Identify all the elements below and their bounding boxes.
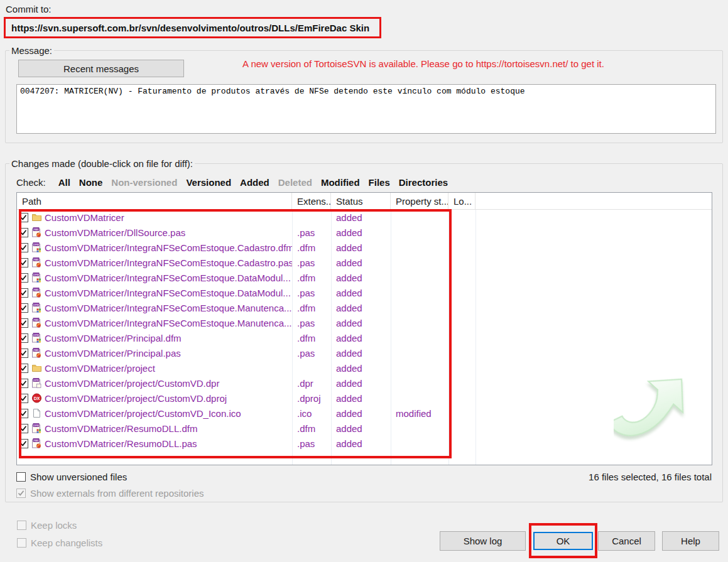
row-checkbox[interactable] [19,258,28,267]
commit-url: https://svn.supersoft.com.br/svn/desenvo… [11,23,369,33]
check-link-directories[interactable]: Directories [399,177,448,188]
check-label: Check: [16,177,46,188]
ok-button[interactable]: OK [533,532,593,550]
check-link-files[interactable]: Files [369,177,390,188]
check-link-all[interactable]: All [58,177,70,188]
svg-text:DPR: DPR [34,379,39,382]
cancel-button[interactable]: Cancel [598,531,655,551]
file-row[interactable]: CustomVDMatricer/projectadded [17,360,712,376]
row-checkbox[interactable] [19,303,28,313]
dpr-file-icon: DPR [31,378,42,388]
file-path: CustomVDMatricer/IntegraNFSeComEstoque.M… [45,303,292,313]
file-row[interactable]: DFMCustomVDMatricer/IntegraNFSeComEstoqu… [17,300,712,315]
ico-file-icon [31,408,42,418]
file-row[interactable]: DXCustomVDMatricer/project/CustomVD.dpro… [17,391,712,406]
commit-message-input[interactable]: 0047207: MATRICER(NV) - Faturamento de p… [16,84,716,134]
check-link-modified[interactable]: Modified [321,177,360,188]
row-checkbox[interactable] [19,273,28,283]
file-status: added [331,378,391,389]
file-ext: .dfm [292,333,331,343]
check-link-versioned[interactable]: Versioned [186,177,231,188]
file-ext: .dfm [292,242,331,253]
keep-changelists-checkbox: Keep changelists [17,538,102,548]
checkbox-checked-disabled [16,489,26,498]
file-status: added [331,423,391,434]
file-path: CustomVDMatricer/project [45,363,155,374]
file-ext: .dfm [292,273,331,283]
file-row[interactable]: DFMCustomVDMatricer/ResumoDLL.dfm.dfmadd… [17,421,712,436]
file-row[interactable]: PASCustomVDMatricer/Principal.pas.pasadd… [17,345,712,360]
check-link-deleted: Deleted [278,177,312,188]
changes-group: Changes made (double-click on file for d… [5,163,723,502]
row-checkbox[interactable] [19,394,28,403]
dfm-file-icon: DFM [31,242,42,252]
show-unversioned-checkbox[interactable]: Show unversioned files [16,472,127,482]
file-status: added [331,408,391,419]
column-header-path[interactable]: Path [17,193,292,209]
dfm-file-icon: DFM [31,333,42,343]
row-checkbox[interactable] [19,364,28,373]
checkbox-unchecked-disabled [17,521,26,530]
file-row[interactable]: DPRCustomVDMatricer/project/CustomVD.dpr… [17,376,712,391]
recent-messages-button[interactable]: Recent messages [18,60,184,77]
show-log-button[interactable]: Show log [440,531,526,551]
row-checkbox[interactable] [19,379,28,388]
keep-locks-checkbox: Keep locks [17,520,77,531]
file-status: added [331,242,391,253]
row-checkbox[interactable] [19,333,28,343]
show-externals-label: Show externals from different repositori… [30,488,204,499]
dfm-file-icon: DFM [31,303,42,313]
pas-file-icon: PAS [31,227,42,237]
column-header-property-status[interactable]: Property st... [391,193,448,209]
file-ext: .pas [292,438,331,449]
svg-text:PAS: PAS [34,289,39,291]
file-ext: .pas [292,318,331,328]
svg-text:DFM: DFM [34,244,39,246]
file-list[interactable]: Path Extens... Status Property st... Lo.… [16,192,712,465]
help-button[interactable]: Help [662,531,719,551]
commit-to-label: Commit to: [6,4,52,14]
dfm-file-icon: DFM [31,423,42,433]
file-row[interactable]: DFMCustomVDMatricer/Principal.dfm.dfmadd… [17,330,712,345]
changes-group-label: Changes made (double-click on file for d… [9,158,195,169]
file-row[interactable]: CustomVDMatriceradded [17,210,712,225]
check-link-none[interactable]: None [79,177,103,188]
file-rows: CustomVDMatriceraddedPASCustomVDMatricer… [17,210,712,451]
svg-text:PAS: PAS [34,259,39,261]
row-checkbox[interactable] [19,424,28,433]
file-path: CustomVDMatricer/Principal.pas [45,348,181,359]
check-link-added[interactable]: Added [240,177,269,188]
file-row[interactable]: PASCustomVDMatricer/ResumoDLL.pas.pasadd… [17,436,712,451]
row-checkbox[interactable] [19,439,28,448]
row-checkbox[interactable] [19,349,28,358]
file-row[interactable]: CustomVDMatricer/project/CustomVD_Icon.i… [17,406,712,421]
file-row[interactable]: PASCustomVDMatricer/DllSource.pas.pasadd… [17,225,712,240]
file-row[interactable]: PASCustomVDMatricer/IntegraNFSeComEstoqu… [17,255,712,270]
checkbox-unchecked[interactable] [16,472,26,482]
file-status: added [331,273,391,283]
file-row[interactable]: DFMCustomVDMatricer/IntegraNFSeComEstoqu… [17,240,712,255]
column-header-lock[interactable]: Lo... [448,193,475,209]
row-checkbox[interactable] [19,228,28,237]
row-checkbox[interactable] [19,213,28,222]
file-path: CustomVDMatricer [45,212,124,223]
column-header-extension[interactable]: Extens... [292,193,331,209]
file-row[interactable]: PASCustomVDMatricer/IntegraNFSeComEstoqu… [17,285,712,300]
svg-text:PAS: PAS [34,319,39,322]
row-checkbox[interactable] [19,409,28,418]
row-checkbox[interactable] [19,288,28,298]
svg-text:DFM: DFM [34,334,39,337]
row-checkbox[interactable] [19,318,28,328]
file-row[interactable]: PASCustomVDMatricer/IntegraNFSeComEstoqu… [17,315,712,330]
file-path: CustomVDMatricer/IntegraNFSeComEstoque.C… [45,257,292,268]
file-status: added [331,257,391,268]
row-checkbox[interactable] [19,243,28,252]
file-ext: .dfm [292,423,331,434]
file-ext: .pas [292,227,331,238]
file-status: added [331,212,391,223]
pas-file-icon: PAS [31,257,42,267]
column-header-status[interactable]: Status [331,193,391,209]
pas-file-icon: PAS [31,288,42,298]
file-row[interactable]: DFMCustomVDMatricer/IntegraNFSeComEstoqu… [17,270,712,285]
file-ext: .pas [292,257,331,268]
